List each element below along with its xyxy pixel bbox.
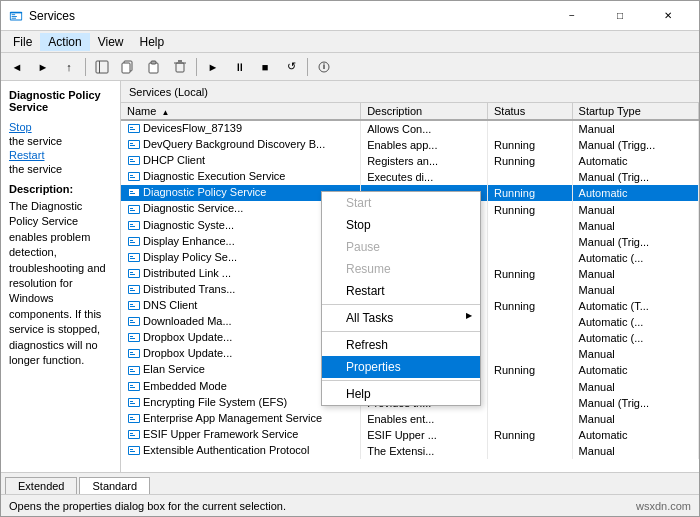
title-buttons: − □ ✕ [549,1,691,31]
service-status-cell [488,379,573,395]
service-status-cell [488,282,573,298]
col-header-startup[interactable]: Startup Type [572,103,698,120]
bottom-tabs: Extended Standard [1,472,699,494]
toolbar-delete-button[interactable] [168,56,192,78]
service-status-cell: Running [488,185,573,201]
svg-rect-6 [99,61,100,73]
table-row[interactable]: Extensible Authentication ProtocolThe Ex… [121,443,699,459]
table-row[interactable]: DevQuery Background Discovery B...Enable… [121,137,699,153]
toolbar-properties-button[interactable] [312,56,336,78]
table-row[interactable]: DevicesFlow_87139Allows Con...Manual [121,120,699,137]
svg-rect-95 [130,433,133,434]
svg-rect-64 [130,306,135,307]
col-header-name[interactable]: Name ▲ [121,103,361,120]
table-row[interactable]: Enterprise App Management ServiceEnables… [121,411,699,427]
toolbar-paste-button[interactable] [142,56,166,78]
service-desc-cell: Enables app... [361,137,488,153]
title-bar-left: Services [9,9,75,23]
service-startup-cell: Manual [572,411,698,427]
service-startup-cell: Automatic [572,153,698,169]
svg-rect-47 [130,240,133,241]
tab-extended[interactable]: Extended [5,477,77,494]
toolbar-show-hide-button[interactable] [90,56,114,78]
service-desc-cell: The Extensi... [361,443,488,459]
context-menu-item[interactable]: Stop [322,214,480,236]
restart-service-link[interactable]: Restart [9,149,112,161]
svg-rect-11 [176,63,184,72]
svg-rect-10 [151,61,156,64]
context-menu-item[interactable]: All Tasks [322,307,480,329]
desc-label: Description: [9,183,112,195]
svg-rect-55 [130,272,133,273]
table-row[interactable]: Diagnostic Execution ServiceExecutes di.… [121,169,699,185]
stop-service-link[interactable]: Stop [9,121,112,133]
context-menu: StartStopPauseResumeRestartAll TasksRefr… [321,191,481,406]
svg-rect-48 [130,242,135,243]
context-menu-separator [322,331,480,332]
menu-help[interactable]: Help [132,33,173,51]
service-startup-cell: Manual [572,346,698,362]
service-startup-cell: Manual (Trig... [572,169,698,185]
svg-rect-71 [130,336,133,337]
service-name-cell: DHCP Client [121,153,361,169]
svg-rect-18 [129,125,139,132]
context-menu-item[interactable]: Refresh [322,334,480,356]
toolbar: ◄ ► ↑ [1,53,699,81]
menu-action[interactable]: Action [40,33,89,51]
context-menu-item[interactable]: Help [322,383,480,405]
service-status-cell [488,169,573,185]
toolbar-back-button[interactable]: ◄ [5,56,29,78]
svg-rect-24 [130,145,135,146]
svg-rect-58 [129,286,139,293]
menu-file[interactable]: File [5,33,40,51]
svg-rect-100 [130,451,135,452]
service-startup-cell: Automatic (T... [572,298,698,314]
properties-icon [317,60,331,74]
tab-standard[interactable]: Standard [79,477,150,495]
svg-rect-42 [129,222,139,229]
toolbar-separator-2 [196,58,197,76]
svg-rect-28 [130,161,135,162]
context-menu-item[interactable]: Restart [322,280,480,302]
maximize-button[interactable]: □ [597,1,643,31]
toolbar-pause-button[interactable]: ⏸ [227,56,251,78]
toolbar-copy-button[interactable] [116,56,140,78]
service-status-cell: Running [488,137,573,153]
service-startup-cell: Manual [572,282,698,298]
minimize-button[interactable]: − [549,1,595,31]
toolbar-forward-button[interactable]: ► [31,56,55,78]
toolbar-separator-3 [307,58,308,76]
svg-rect-84 [130,387,135,388]
svg-rect-5 [96,61,108,73]
col-header-status[interactable]: Status [488,103,573,120]
svg-rect-27 [130,159,133,160]
service-desc-cell: Allows Con... [361,120,488,137]
menu-view[interactable]: View [90,33,132,51]
toolbar-up-button[interactable]: ↑ [57,56,81,78]
svg-rect-32 [130,177,135,178]
table-row[interactable]: DHCP ClientRegisters an...RunningAutomat… [121,153,699,169]
toolbar-restart-button[interactable]: ↺ [279,56,303,78]
toolbar-stop-button[interactable]: ■ [253,56,277,78]
svg-rect-90 [129,415,139,422]
table-row[interactable]: ESIF Upper Framework ServiceESIF Upper .… [121,427,699,443]
svg-rect-35 [130,191,133,192]
service-status-cell [488,443,573,459]
sort-arrow-name: ▲ [161,108,169,117]
toolbar-play-button[interactable]: ► [201,56,225,78]
context-menu-item[interactable]: Properties [322,356,480,378]
service-desc-cell: Enables ent... [361,411,488,427]
col-header-desc[interactable]: Description [361,103,488,120]
svg-rect-20 [130,129,135,130]
service-startup-cell: Manual (Trig... [572,395,698,411]
svg-rect-66 [129,318,139,325]
close-button[interactable]: ✕ [645,1,691,31]
context-menu-item: Pause [322,236,480,258]
service-status-cell: Running [488,201,573,217]
svg-rect-34 [129,189,139,196]
window-title: Services [29,9,75,23]
svg-rect-50 [129,254,139,261]
svg-rect-63 [130,304,133,305]
status-bar: Opens the properties dialog box for the … [1,494,699,516]
svg-rect-79 [130,369,133,370]
